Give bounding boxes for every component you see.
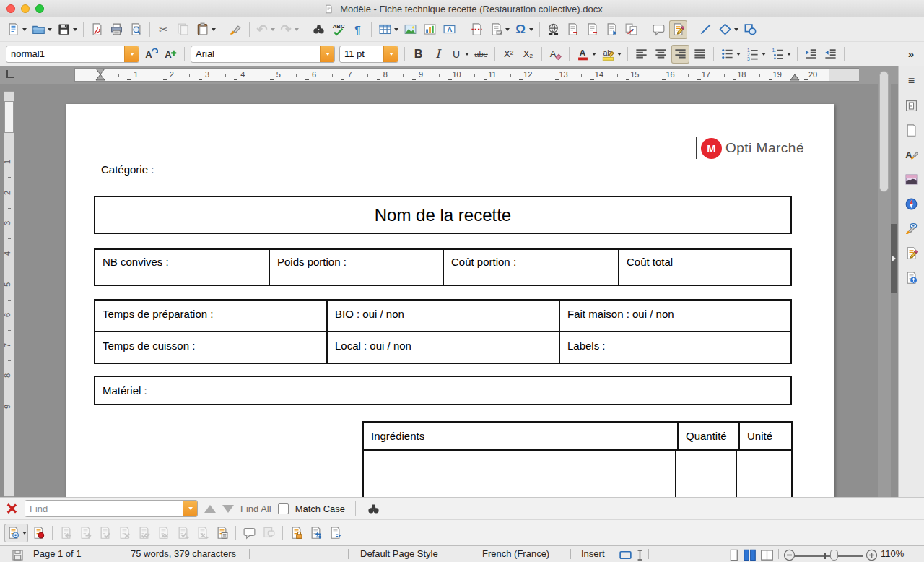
- previous-track-change-button[interactable]: [57, 524, 75, 542]
- new-style-button[interactable]: A: [162, 45, 180, 64]
- protect-changes-button[interactable]: [287, 524, 305, 542]
- formatting-marks-button[interactable]: ¶: [349, 20, 367, 39]
- accept-change-and-next-button[interactable]: [174, 524, 192, 542]
- quantity-empty-cell[interactable]: [676, 451, 737, 497]
- bold-button[interactable]: B: [409, 45, 427, 64]
- undo-dropdown-arrow[interactable]: [271, 28, 275, 31]
- font-size-dropdown-button[interactable]: [383, 46, 398, 62]
- document-page[interactable]: M Opti Marché Catégorie : Nom de la rece…: [66, 104, 834, 497]
- toolbar-overflow-button[interactable]: »: [902, 45, 920, 64]
- open-document-button[interactable]: [30, 20, 53, 39]
- redo-button[interactable]: ↷: [278, 20, 300, 39]
- undo-button[interactable]: ↶: [254, 20, 276, 39]
- multi-page-view-button[interactable]: [742, 548, 757, 562]
- justified-button[interactable]: [691, 45, 709, 64]
- clear-formatting-button[interactable]: A: [546, 45, 565, 64]
- spell-check-button[interactable]: ABC: [329, 20, 347, 39]
- delete-comment-button[interactable]: [260, 524, 278, 542]
- word-count[interactable]: 75 words, 379 characters: [131, 548, 236, 559]
- redo-dropdown-arrow[interactable]: [295, 28, 299, 31]
- clone-formatting-button[interactable]: [227, 20, 245, 39]
- ingredients-header-cell[interactable]: Quantité: [679, 423, 740, 449]
- zoom-level[interactable]: 110%: [881, 548, 904, 559]
- insert-text-box-button[interactable]: A: [440, 20, 458, 39]
- selection-mode-icon[interactable]: [618, 548, 632, 562]
- search-input[interactable]: [25, 501, 183, 516]
- sidebar-properties[interactable]: [902, 96, 920, 115]
- insert-page-break-button[interactable]: [468, 20, 486, 39]
- italic-button[interactable]: I: [429, 45, 447, 64]
- page-style[interactable]: Default Page Style: [360, 548, 438, 559]
- horizontal-ruler[interactable]: 1234567891011121314151617181920: [0, 66, 898, 84]
- find-and-replace-icon[interactable]: [366, 501, 380, 516]
- print-button[interactable]: [108, 20, 126, 39]
- superscript-button[interactable]: X²: [500, 45, 518, 64]
- insert-table-button[interactable]: [376, 20, 400, 39]
- vertical-ruler[interactable]: 123456789: [4, 91, 14, 497]
- find-input-combo[interactable]: [25, 500, 198, 517]
- show-draw-functions-button[interactable]: [741, 20, 759, 39]
- export-pdf-button[interactable]: [88, 20, 106, 39]
- highlighting-color-dropdown-arrow[interactable]: [617, 53, 622, 56]
- underline-dropdown-arrow[interactable]: [465, 53, 469, 56]
- accept-track-change-button[interactable]: [96, 524, 114, 542]
- save-button[interactable]: [55, 20, 79, 39]
- ingredients-empty-cell[interactable]: [364, 451, 676, 497]
- info-cell[interactable]: Coût portion :: [444, 250, 619, 285]
- font-color-button[interactable]: A: [574, 45, 598, 64]
- show-track-changes-button[interactable]: [4, 524, 28, 542]
- record-track-changes-button[interactable]: [30, 524, 48, 542]
- ingredients-header-cell[interactable]: Unité: [740, 423, 791, 449]
- decrease-indent-button[interactable]: [821, 45, 840, 64]
- insert-field-dropdown-arrow[interactable]: [505, 28, 510, 31]
- font-color-dropdown-arrow[interactable]: [592, 53, 596, 56]
- save-dropdown-arrow[interactable]: [73, 28, 77, 31]
- insert-field-button[interactable]: [487, 20, 511, 39]
- ingredients-header-cell[interactable]: Ingrédients: [364, 423, 679, 449]
- info-cell[interactable]: Coût total: [619, 250, 789, 285]
- indent-marker[interactable]: [95, 69, 105, 81]
- insert-special-character-dropdown-arrow[interactable]: [529, 28, 533, 31]
- align-left-button[interactable]: [632, 45, 650, 64]
- new-document-button[interactable]: [4, 20, 28, 39]
- font-name-value[interactable]: Arial: [191, 46, 320, 62]
- ordered-list-dropdown-arrow[interactable]: [762, 53, 766, 56]
- reject-track-change-button[interactable]: [116, 524, 134, 542]
- ingredients-table[interactable]: IngrédientsQuantitéUnité: [362, 421, 793, 497]
- insert-table-dropdown-arrow[interactable]: [394, 28, 398, 31]
- match-case-checkbox[interactable]: [278, 503, 289, 514]
- merge-document-button[interactable]: [326, 524, 344, 542]
- sidebar-styles[interactable]: A: [902, 145, 920, 164]
- info-table[interactable]: NB convives :Poids portion :Coût portion…: [94, 248, 792, 286]
- ruler-strip[interactable]: 1234567891011121314151617181920: [74, 68, 859, 82]
- manage-track-changes-button[interactable]: [213, 524, 231, 542]
- paragraph-style-combo[interactable]: normal1: [6, 46, 139, 63]
- paragraph-style-dropdown-button[interactable]: [124, 46, 139, 62]
- accept-all-changes-button[interactable]: [135, 524, 153, 542]
- increase-indent-button[interactable]: [802, 45, 820, 64]
- insert-line-button[interactable]: [697, 20, 715, 39]
- details-cell[interactable]: Fait maison : oui / non: [560, 301, 790, 331]
- materiel-box[interactable]: Matériel :: [94, 376, 792, 405]
- outline-list-dropdown-arrow[interactable]: [787, 53, 791, 56]
- sidebar-hide-handle[interactable]: [891, 224, 897, 293]
- reject-all-changes-button[interactable]: [154, 524, 173, 542]
- insert-chart-button[interactable]: [421, 20, 439, 39]
- print-preview-button[interactable]: [127, 20, 145, 39]
- unordered-list-button[interactable]: [718, 45, 742, 64]
- vertical-scrollbar[interactable]: [878, 66, 891, 497]
- sidebar-manage-changes[interactable]: [902, 243, 920, 262]
- details-table[interactable]: Temps de préparation :BIO : oui / nonFai…: [94, 299, 792, 364]
- recipe-name-box[interactable]: Nom de la recette: [94, 196, 792, 234]
- font-name-dropdown-button[interactable]: [320, 46, 334, 62]
- details-cell[interactable]: Temps de cuisson :: [95, 332, 328, 363]
- page-count[interactable]: Page 1 of 1: [33, 548, 82, 559]
- basic-shapes-dropdown-arrow[interactable]: [734, 28, 738, 31]
- zoom-in-button[interactable]: [864, 548, 879, 562]
- insert-hyperlink-button[interactable]: [544, 20, 562, 39]
- insert-image-button[interactable]: [401, 20, 419, 39]
- insert-mode[interactable]: Insert: [581, 548, 605, 559]
- sidebar-accessibility-check[interactable]: [902, 268, 920, 287]
- font-size-combo[interactable]: 11 pt: [339, 46, 398, 63]
- edit-mode-button[interactable]: [669, 20, 687, 39]
